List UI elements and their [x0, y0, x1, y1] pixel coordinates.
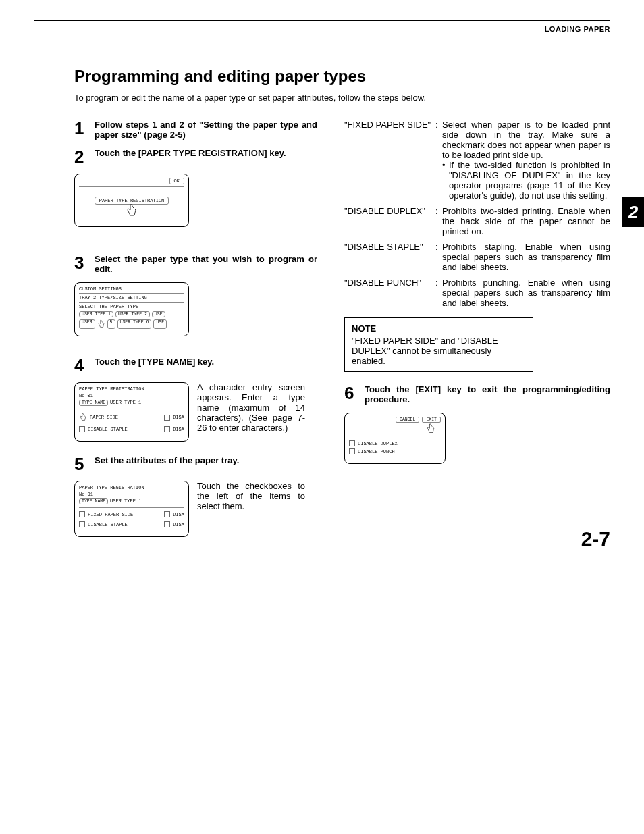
page-number: 2-7 [581, 527, 610, 550]
type-name-value: USER TYPE 1 [110, 400, 141, 406]
d4-r2b: DISA [173, 427, 184, 432]
intro-text: To program or edit the name of a paper t… [74, 93, 610, 103]
d4-r2: DISABLE STAPLE [88, 427, 128, 432]
user-type-4-button[interactable]: USER [79, 319, 95, 329]
step-5-title: Set the attributes of the paper tray. [95, 455, 239, 473]
d3-l2: TRAY 2 TYPE/SIZE SETTING [79, 295, 184, 301]
checkbox[interactable] [164, 511, 170, 517]
step-2: 2 Touch the [PAPER TYPE REGISTRATION] ke… [74, 148, 317, 165]
step-3-number: 3 [74, 254, 95, 274]
exit-button[interactable]: EXIT [422, 417, 441, 423]
d4-r1b: DISA [173, 415, 184, 420]
d3-l1: CUSTOM SETTINGS [79, 286, 184, 292]
touch-cursor-icon [426, 423, 435, 435]
step-3-title: Select the paper type that you wish to p… [95, 254, 317, 274]
touch-cursor-icon [126, 203, 138, 218]
d6-r2: DISABLE PUNCH [358, 449, 395, 454]
d6-r1: DISABLE DUPLEX [358, 441, 398, 446]
d5-r1b: DISA [173, 512, 184, 517]
page-title: Programming and editing paper types [74, 67, 610, 86]
d4-r1: PAPER SIDE [90, 415, 118, 420]
d3-l3: SELECT THE PAPER TYPE [79, 304, 184, 309]
def-term: "FIXED PAPER SIDE" [344, 120, 435, 201]
step-5-desc: Touch the checkboxes to the left of the … [197, 481, 305, 511]
type-name-value: USER TYPE 1 [110, 498, 141, 504]
step-6-dialog: CANCEL EXIT DISABLE DUPLEX DISABLE PUNCH [344, 413, 446, 464]
step-6-number: 6 [344, 384, 365, 405]
type-name-button[interactable]: TYPE NAME [79, 498, 108, 504]
step-4-title: Touch the [TYPE NAME] key. [95, 357, 214, 374]
checkbox[interactable] [79, 521, 85, 527]
touch-cursor-icon [97, 319, 105, 329]
note-text: "FIXED PAPER SIDE" and "DISABLE DUPLEX" … [352, 336, 526, 366]
left-column: 1 Follow steps 1 and 2 of "Setting the p… [74, 120, 317, 550]
step-4-desc: A character entry screen appears. Enter … [197, 382, 305, 433]
def-disable-duplex: "DISABLE DUPLEX" : Prohibits two-sided p… [344, 206, 610, 236]
step-1: 1 Follow steps 1 and 2 of "Setting the p… [74, 120, 317, 140]
d5-title: PAPER TYPE REGISTRATION [79, 485, 184, 490]
def-term: "DISABLE STAPLE" [344, 242, 435, 272]
step-2-number: 2 [74, 148, 95, 165]
d5-r1: FIXED PAPER SIDE [88, 512, 133, 517]
step-2-title: Touch the [PAPER TYPE REGISTRATION] key. [95, 148, 286, 165]
def-desc: Prohibits stapling. Enable when using sp… [442, 242, 610, 272]
step-3-dialog: CUSTOM SETTINGS TRAY 2 TYPE/SIZE SETTING… [74, 282, 189, 336]
touch-cursor-icon [79, 413, 87, 422]
checkbox[interactable] [79, 426, 85, 432]
def-term: "DISABLE PUNCH" [344, 278, 435, 308]
d5-r2b: DISA [173, 522, 184, 527]
chapter-tab: 2 [622, 197, 644, 227]
step-4-dialog: PAPER TYPE REGISTRATION No.01 TYPE NAME … [74, 382, 189, 442]
d4-no: No.01 [79, 393, 184, 398]
checkbox[interactable] [349, 448, 355, 454]
d5-no: No.01 [79, 492, 184, 497]
def-desc: Prohibits two-sided printing. Enable whe… [442, 206, 610, 236]
step-2-dialog: OK PAPER TYPE REGISTRATION [74, 174, 189, 227]
step-1-title: Follow steps 1 and 2 of "Setting the pap… [95, 120, 317, 140]
checkbox[interactable] [79, 511, 85, 517]
def-desc: Select when paper is to be loaded print … [442, 120, 610, 160]
header-section: LOADING PAPER [34, 25, 610, 33]
checkbox[interactable] [164, 415, 170, 421]
step-3: 3 Select the paper type that you wish to… [74, 254, 317, 274]
checkbox[interactable] [164, 426, 170, 432]
def-desc: Prohibits punching. Enable when using sp… [442, 278, 610, 308]
d5-r2: DISABLE STAPLE [88, 522, 128, 527]
def-fixed-paper-side: "FIXED PAPER SIDE" : Select when paper i… [344, 120, 610, 201]
user-type-6-button[interactable]: USER TYPE 6 [117, 319, 152, 329]
checkbox[interactable] [164, 521, 170, 527]
user-type-5-button[interactable]: 5 [107, 319, 115, 329]
d4-title: PAPER TYPE REGISTRATION [79, 386, 184, 392]
user-type-7-button[interactable]: USE [153, 319, 167, 329]
user-type-2-button[interactable]: USER TYPE 2 [115, 311, 150, 317]
def-sub: If the two-sided function is prohibited … [442, 160, 610, 201]
step-6-title: Touch the [EXIT] key to exit the program… [365, 384, 610, 405]
user-type-1-button[interactable]: USER TYPE 1 [79, 311, 113, 317]
cancel-button[interactable]: CANCEL [396, 417, 419, 423]
type-name-button[interactable]: TYPE NAME [79, 400, 108, 406]
step-5-number: 5 [74, 455, 95, 473]
user-type-3-button[interactable]: USE [152, 311, 165, 317]
right-column: 2 "FIXED PAPER SIDE" : Select when paper… [344, 120, 610, 550]
step-1-number: 1 [74, 120, 95, 140]
note-label: NOTE [352, 323, 526, 334]
step-5: 5 Set the attributes of the paper tray. [74, 455, 317, 473]
ok-button[interactable]: OK [169, 178, 184, 184]
header-rule [34, 20, 610, 21]
def-disable-punch: "DISABLE PUNCH" : Prohibits punching. En… [344, 278, 610, 308]
step-4: 4 Touch the [TYPE NAME] key. [74, 357, 317, 374]
step-5-dialog: PAPER TYPE REGISTRATION No.01 TYPE NAME … [74, 481, 189, 537]
checkbox[interactable] [349, 440, 355, 446]
def-term: "DISABLE DUPLEX" [344, 206, 435, 236]
step-4-number: 4 [74, 357, 95, 374]
def-disable-staple: "DISABLE STAPLE" : Prohibits stapling. E… [344, 242, 610, 272]
step-6: 6 Touch the [EXIT] key to exit the progr… [344, 384, 610, 405]
note-box: NOTE "FIXED PAPER SIDE" and "DISABLE DUP… [344, 317, 533, 372]
